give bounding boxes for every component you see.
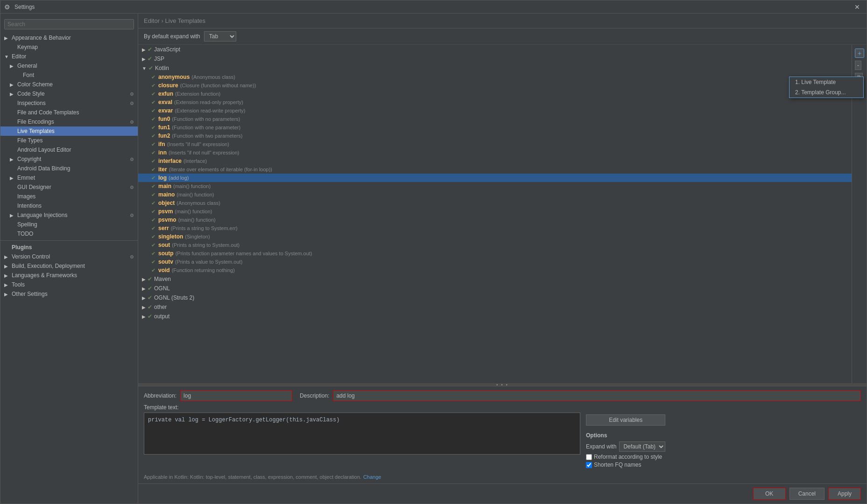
group-javascript[interactable]: ▶ ✔ JavaScript [138, 45, 852, 54]
template-item-exvar[interactable]: ✔ exvar (Extension read-write property) [138, 106, 852, 115]
sidebar-item-todo[interactable]: TODO [0, 229, 138, 238]
sidebar-item-emmet[interactable]: ▶ Emmet [0, 173, 138, 182]
template-item-maino[interactable]: ✔ maino (main() function) [138, 190, 852, 199]
check-icon: ✔ [151, 116, 155, 122]
template-item-psvm[interactable]: ✔ psvm (main() function) [138, 207, 852, 216]
template-item-fun0[interactable]: ✔ fun0 (Function with no parameters) [138, 115, 852, 123]
sidebar-item-file-templates[interactable]: File and Code Templates [0, 108, 138, 117]
template-item-log[interactable]: ✔ log (add log) [138, 174, 852, 182]
group-jsp[interactable]: ▶ ✔ JSP [138, 54, 852, 63]
sidebar-item-gui-designer[interactable]: GUI Designer ⚙ [0, 182, 138, 192]
sidebar-item-live-templates[interactable]: Live Templates [0, 126, 138, 136]
sidebar-item-appearance[interactable]: ▶ Appearance & Behavior [0, 33, 138, 42]
template-item-soutp[interactable]: ✔ soutp (Prints function parameter names… [138, 249, 852, 258]
template-item-fun1[interactable]: ✔ fun1 (Function with one parameter) [138, 123, 852, 132]
sidebar-item-android-layout[interactable]: Android Layout Editor [0, 145, 138, 154]
expand-label: By default expand with [144, 33, 200, 40]
template-abbr: exfun [158, 91, 173, 97]
group-other[interactable]: ▶ ✔ other [138, 302, 852, 312]
expand-icon: ▼ [142, 66, 147, 71]
sidebar-item-languages[interactable]: ▶ Languages & Frameworks [0, 271, 138, 280]
check-icon: ✔ [151, 91, 155, 97]
expand-with-select[interactable]: Default (Tab) Tab Enter Space [619, 441, 665, 452]
check-icon: ✔ [148, 46, 152, 53]
sidebar-item-language-injections[interactable]: ▶ Language Injections ⚙ [0, 210, 138, 220]
template-item-exfun[interactable]: ✔ exfun (Extension function) [138, 90, 852, 98]
reformat-checkbox[interactable] [586, 454, 592, 460]
sidebar-item-images[interactable]: Images [0, 192, 138, 201]
sidebar-item-android-data[interactable]: Android Data Binding [0, 164, 138, 173]
reformat-label: Reformat according to style [594, 454, 662, 460]
template-item-fun2[interactable]: ✔ fun2 (Function with two parameters) [138, 132, 852, 140]
template-item-main[interactable]: ✔ main (main() function) [138, 182, 852, 190]
search-input[interactable] [4, 19, 134, 29]
expand-select[interactable]: Tab Enter Space [204, 31, 236, 42]
template-item-iter[interactable]: ✔ iter (Iterate over elements of iterabl… [138, 165, 852, 174]
sidebar-item-label: Other Settings [12, 291, 134, 297]
spacer [10, 101, 15, 106]
sidebar-item-file-types[interactable]: File Types [0, 136, 138, 145]
sidebar-item-inspections[interactable]: Inspections ⚙ [0, 98, 138, 108]
edit-variables-button[interactable]: Edit variables [586, 414, 665, 426]
sidebar-item-build[interactable]: ▶ Build, Execution, Deployment [0, 261, 138, 271]
close-button[interactable]: ✕ [852, 2, 863, 12]
sidebar-item-tools[interactable]: ▶ Tools [0, 280, 138, 289]
sidebar-item-general[interactable]: ▶ General [0, 61, 138, 70]
shorten-fq-row: Shorten FQ names [586, 462, 665, 468]
template-item-closure[interactable]: ✔ closure (Closure (function without nam… [138, 81, 852, 90]
template-item-anonymous[interactable]: ✔ anonymous (Anonymous class) [138, 73, 852, 81]
spacer [10, 203, 15, 209]
template-item-object[interactable]: ✔ object (Anonymous class) [138, 199, 852, 207]
add-live-template-item[interactable]: 1. Live Template [789, 77, 863, 87]
group-output[interactable]: ▶ ✔ output [138, 312, 852, 321]
add-template-dropdown[interactable]: + [855, 49, 864, 58]
template-item-serr[interactable]: ✔ serr (Prints a string to System.err) [138, 224, 852, 232]
sidebar-item-other-settings[interactable]: ▶ Other Settings [0, 289, 138, 299]
spacer [10, 231, 15, 237]
sidebar-item-version-control[interactable]: ▶ Version Control ⚙ [0, 252, 138, 261]
sidebar-item-copyright[interactable]: ▶ Copyright ⚙ [0, 154, 138, 164]
sidebar-item-label: Intentions [17, 203, 134, 209]
sidebar-item-intentions[interactable]: Intentions [0, 201, 138, 210]
change-link[interactable]: Change [363, 474, 381, 480]
template-item-psvmo[interactable]: ✔ psvmo (main() function) [138, 216, 852, 224]
template-item-exval[interactable]: ✔ exval (Extension read-only property) [138, 98, 852, 106]
check-icon: ✔ [151, 200, 155, 206]
template-text-area[interactable]: private val log = LoggerFactory.getLogge… [144, 413, 580, 455]
cancel-button[interactable]: Cancel [789, 488, 825, 500]
sidebar-item-font[interactable]: Font [0, 70, 138, 80]
sidebar-item-spelling[interactable]: Spelling [0, 220, 138, 229]
shorten-fq-checkbox[interactable] [586, 462, 592, 468]
settings-window: ⚙ Settings ✕ ▶ Appearance & Behavior Key… [0, 0, 867, 504]
template-item-ifn[interactable]: ✔ ifn (Inserts "if null" expression) [138, 140, 852, 148]
description-input[interactable] [333, 390, 861, 401]
abbreviation-input[interactable] [180, 390, 292, 401]
group-maven[interactable]: ▶ ✔ Maven [138, 274, 852, 284]
template-item-soutv[interactable]: ✔ soutv (Prints a value to System.out) [138, 258, 852, 266]
group-kotlin[interactable]: ▼ ✔ Kotlin [138, 63, 852, 73]
sidebar-item-code-style[interactable]: ▶ Code Style ⚙ [0, 89, 138, 98]
sidebar-item-editor[interactable]: ▼ Editor [0, 52, 138, 61]
sidebar-item-color-scheme[interactable]: ▶ Color Scheme [0, 80, 138, 89]
template-item-interface[interactable]: ✔ interface (Interface) [138, 157, 852, 165]
template-item-singleton[interactable]: ✔ singleton (Singleton) [138, 232, 852, 241]
expand-icon: ▶ [4, 264, 10, 269]
template-item-inn[interactable]: ✔ inn (Inserts "if not null" expression) [138, 148, 852, 157]
ok-button[interactable]: OK [753, 488, 786, 500]
template-item-sout[interactable]: ✔ sout (Prints a string to System.out) [138, 241, 852, 249]
template-item-void[interactable]: ✔ void (Function returning nothing) [138, 266, 852, 274]
group-ognl-struts[interactable]: ▶ ✔ OGNL (Struts 2) [138, 293, 852, 302]
add-template-group-item[interactable]: 2. Template Group... [789, 87, 863, 98]
check-icon: ✔ [151, 83, 155, 89]
remove-template-button[interactable]: - [855, 61, 861, 70]
sidebar-item-plugins[interactable]: Plugins [0, 243, 138, 252]
group-ognl[interactable]: ▶ ✔ OGNL [138, 284, 852, 293]
template-abbr: interface [158, 158, 182, 164]
apply-button[interactable]: Apply [828, 488, 861, 500]
template-abbr: fun2 [158, 133, 170, 139]
spacer [10, 119, 15, 125]
sidebar-item-keymap[interactable]: Keymap [0, 42, 138, 52]
add-template-button[interactable]: + [855, 49, 864, 57]
template-desc: (Anonymous class) [176, 200, 220, 206]
sidebar-item-file-encodings[interactable]: File Encodings ⚙ [0, 117, 138, 126]
